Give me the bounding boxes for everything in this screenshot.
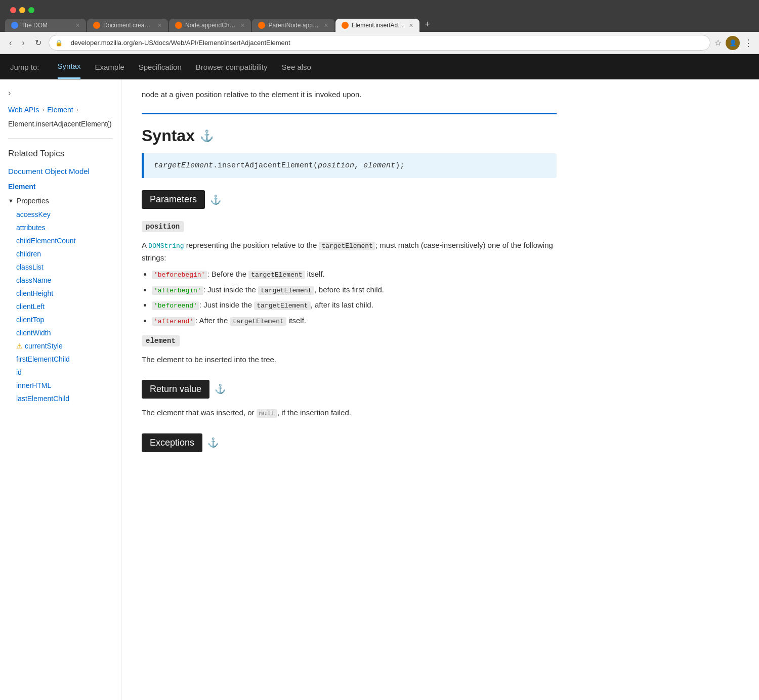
close-window-btn[interactable] xyxy=(10,7,16,13)
sidebar-prop-clientheight[interactable]: clientHeight xyxy=(0,287,121,300)
tab-create-close[interactable]: ✕ xyxy=(157,22,162,29)
reload-button[interactable]: ↻ xyxy=(32,37,45,49)
section-divider xyxy=(142,113,557,114)
syntax-anchor-link[interactable]: ⚓ xyxy=(200,129,214,143)
tab-create[interactable]: Document.crea… ✕ xyxy=(87,19,168,32)
tab-append-close[interactable]: ✕ xyxy=(240,22,245,29)
exceptions-heading-box: Exceptions xyxy=(142,433,202,452)
tab-parentnode-close[interactable]: ✕ xyxy=(324,22,328,29)
properties-triangle-icon: ▼ xyxy=(8,198,14,204)
code-beforebegin: 'beforebegin' xyxy=(152,271,207,279)
code-position-param: position xyxy=(318,161,354,170)
exceptions-anchor-link[interactable]: ⚓ xyxy=(207,437,219,448)
param-position-name: position xyxy=(142,221,184,232)
tab-bar: The DOM ✕ Document.crea… ✕ Node.appendCh… xyxy=(5,17,754,32)
new-tab-button[interactable]: + xyxy=(420,17,434,32)
tab-element-icon xyxy=(342,22,349,29)
return-value-heading-row: Return value ⚓ xyxy=(142,380,557,399)
properties-label: Properties xyxy=(17,197,49,205)
code-targetElement-5: targetElement xyxy=(230,317,286,326)
return-value-anchor-link[interactable]: ⚓ xyxy=(215,383,226,395)
window-controls[interactable] xyxy=(10,7,34,13)
sidebar-prop-clientleft[interactable]: clientLeft xyxy=(0,300,121,313)
tab-parentnode[interactable]: ParentNode.app… ✕ xyxy=(252,19,334,32)
code-afterend: 'afterend' xyxy=(152,317,195,326)
jump-link-specification[interactable]: Specification xyxy=(139,56,182,78)
maximize-window-btn[interactable] xyxy=(28,7,34,13)
breadcrumb-web-apis[interactable]: Web APIs xyxy=(8,106,39,114)
tab-dom-title: The DOM xyxy=(21,22,70,29)
tab-element[interactable]: Element.insertAd… ✕ xyxy=(335,19,419,32)
param-position-block: position A DOMString representing the po… xyxy=(142,217,557,327)
user-avatar[interactable]: 👤 xyxy=(726,36,740,50)
sidebar-prop-childelementcount[interactable]: childElementCount xyxy=(0,234,121,247)
tab-dom[interactable]: The DOM ✕ xyxy=(5,19,86,32)
code-null: null xyxy=(257,409,277,418)
param-element-block: element The element to be inserted into … xyxy=(142,331,557,366)
return-value-heading-box: Return value xyxy=(142,380,209,399)
breadcrumb-sep-1: › xyxy=(42,106,44,113)
jump-link-syntax[interactable]: Syntax xyxy=(58,55,81,79)
breadcrumb-element[interactable]: Element xyxy=(47,106,73,114)
sidebar-prop-firstelementchild[interactable]: firstElementChild xyxy=(0,353,121,366)
tab-create-icon xyxy=(93,22,100,29)
sidebar-page-title: Element.insertAdjacentElement() xyxy=(0,118,121,134)
syntax-heading: Syntax ⚓ xyxy=(142,126,557,145)
param-position-desc: A DOMString representing the position re… xyxy=(142,239,557,264)
sidebar-prop-innerhtml[interactable]: innerHTML xyxy=(0,379,121,392)
address-input[interactable] xyxy=(64,37,704,49)
tab-element-close[interactable]: ✕ xyxy=(409,22,413,29)
main-content: node at a given position relative to the… xyxy=(121,79,577,700)
sidebar-prop-clienttop[interactable]: clientTop xyxy=(0,313,121,326)
tab-create-title: Document.crea… xyxy=(103,22,152,29)
sidebar-prop-attributes[interactable]: attributes xyxy=(0,221,121,234)
exceptions-section: Exceptions ⚓ xyxy=(142,433,557,452)
sidebar: › Web APIs › Element › Element.insertAdj… xyxy=(0,79,121,700)
bullet-afterend: 'afterend': After the targetElement itse… xyxy=(152,315,557,327)
sidebar-prop-classlist[interactable]: classList xyxy=(0,260,121,274)
breadcrumb: Web APIs › Element › xyxy=(0,102,121,118)
code-target-element: targetElement xyxy=(154,161,213,170)
related-topics-label: Related Topics xyxy=(0,143,121,163)
syntax-heading-text: Syntax xyxy=(142,126,195,145)
sidebar-prop-lastelementchild[interactable]: lastElementChild xyxy=(0,392,121,405)
sidebar-element-link[interactable]: Element xyxy=(0,180,121,194)
tab-append-title: Node.appendCh… xyxy=(185,22,235,29)
sidebar-toggle[interactable]: › xyxy=(0,84,121,102)
back-button[interactable]: ‹ xyxy=(6,37,15,49)
sidebar-dom-link[interactable]: Document Object Model xyxy=(0,163,121,180)
sidebar-prop-clientwidth[interactable]: clientWidth xyxy=(0,326,121,339)
sidebar-properties-header[interactable]: ▼ Properties xyxy=(0,194,121,208)
bookmark-button[interactable]: ☆ xyxy=(714,38,722,48)
jump-link-see-also[interactable]: See also xyxy=(282,56,311,78)
browser-menu-button[interactable]: ⋮ xyxy=(744,37,753,49)
sidebar-prop-id[interactable]: id xyxy=(0,366,121,379)
code-beforeend: 'beforeend' xyxy=(152,301,199,310)
code-targetElement-3: targetElement xyxy=(258,286,314,295)
param-element-name: element xyxy=(142,335,180,346)
address-bar-row: ‹ › ↻ 🔒 ☆ 👤 ⋮ xyxy=(0,32,759,54)
domstring-link[interactable]: DOMString xyxy=(148,242,184,250)
tab-parentnode-title: ParentNode.app… xyxy=(268,22,318,29)
bullet-beforeend: 'beforeend': Just inside the targetEleme… xyxy=(152,299,557,312)
jump-link-browser-compat[interactable]: Browser compatibility xyxy=(196,56,268,78)
code-targetElement-1: targetElement xyxy=(319,242,375,250)
parameters-heading-box: Parameters xyxy=(142,190,205,209)
tab-append[interactable]: Node.appendCh… ✕ xyxy=(169,19,251,32)
code-targetElement-2: targetElement xyxy=(248,271,305,279)
minimize-window-btn[interactable] xyxy=(19,7,25,13)
jump-link-example[interactable]: Example xyxy=(95,56,124,78)
page-layout: › Web APIs › Element › Element.insertAdj… xyxy=(0,79,759,700)
forward-button[interactable]: › xyxy=(19,37,27,49)
sidebar-prop-children[interactable]: children xyxy=(0,247,121,260)
sidebar-prop-accesskey[interactable]: accessKey xyxy=(0,208,121,221)
return-value-section: Return value ⚓ The element that was inse… xyxy=(142,380,557,419)
sidebar-prop-classname[interactable]: className xyxy=(0,274,121,287)
code-element-param: element xyxy=(363,161,395,170)
tab-dom-close[interactable]: ✕ xyxy=(75,22,80,29)
sidebar-divider xyxy=(8,138,113,139)
breadcrumb-sep-2: › xyxy=(76,106,78,113)
parameters-anchor-link[interactable]: ⚓ xyxy=(210,194,221,205)
parameters-heading: Parameters ⚓ xyxy=(142,190,557,209)
sidebar-prop-currentstyle[interactable]: ⚠ currentStyle xyxy=(0,339,121,353)
